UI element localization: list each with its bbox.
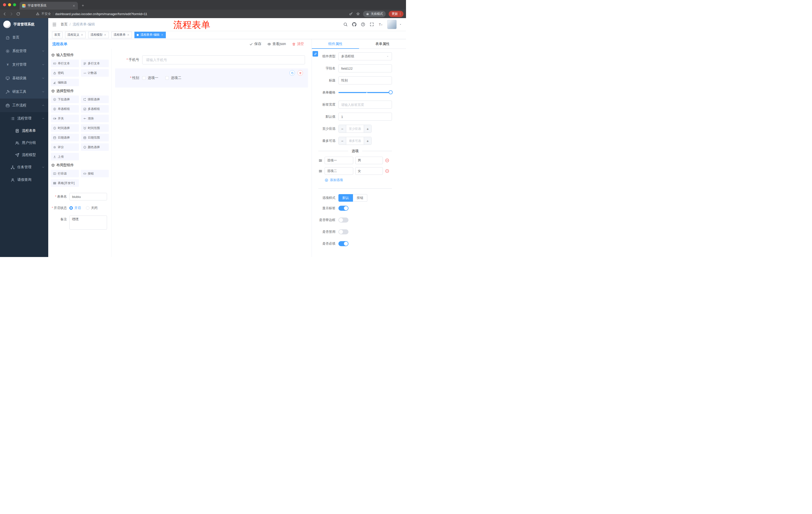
font-size-icon[interactable]: TT xyxy=(378,22,383,27)
component-cascader[interactable]: 级联选择 xyxy=(81,96,109,103)
close-icon[interactable] xyxy=(127,33,129,36)
option-1-name-input[interactable] xyxy=(325,157,353,164)
option-2-name-input[interactable] xyxy=(325,167,353,175)
sidebar-item-process-form[interactable]: 流程表单 xyxy=(0,125,48,137)
component-slider[interactable]: 滑块 xyxy=(81,115,109,122)
option-2-value-input[interactable] xyxy=(355,167,383,175)
decrease-button[interactable]: − xyxy=(339,125,346,133)
show-label-switch[interactable] xyxy=(339,206,348,211)
component-single-text[interactable]: 单行文本 xyxy=(51,60,79,67)
status-off-radio[interactable]: 关闭 xyxy=(86,206,97,210)
component-editor[interactable]: 编辑器 xyxy=(51,79,79,86)
component-time-range[interactable]: 时间范围 xyxy=(81,124,109,132)
title-input[interactable] xyxy=(339,77,392,84)
sidebar-item-process-model[interactable]: 流程模型 xyxy=(0,149,48,161)
phone-field-input[interactable] xyxy=(142,55,305,64)
remove-option-icon[interactable] xyxy=(385,158,389,163)
gender-option-1-checkbox[interactable]: 选项一 xyxy=(142,76,158,80)
sidebar-item-leave-query[interactable]: 请假查询 xyxy=(0,173,48,186)
canvas-field-phone[interactable]: 手机号 xyxy=(115,52,308,68)
required-switch[interactable] xyxy=(339,241,348,246)
bookmark-star-icon[interactable] xyxy=(356,12,360,16)
form-name-input[interactable] xyxy=(69,193,107,200)
save-button[interactable]: 保存 xyxy=(249,42,261,46)
tag-process-model[interactable]: 流程模型 xyxy=(88,32,109,38)
close-icon[interactable] xyxy=(104,33,107,36)
user-avatar[interactable] xyxy=(387,20,397,29)
canvas-field-gender[interactable]: 性别 选项一 选项二 xyxy=(115,69,308,87)
panel-link-toggle[interactable] xyxy=(313,51,318,57)
breadcrumb-home[interactable]: 首页 xyxy=(61,22,67,27)
component-type-select[interactable]: 多选框组 xyxy=(339,52,392,60)
fullscreen-icon[interactable] xyxy=(370,22,374,27)
remove-option-icon[interactable] xyxy=(385,169,389,173)
field-name-input[interactable] xyxy=(339,64,392,73)
delete-field-button[interactable] xyxy=(297,70,303,76)
form-grid-slider[interactable] xyxy=(339,88,392,97)
component-color-picker[interactable]: 颜色选择 xyxy=(81,143,109,151)
zoom-window-button[interactable] xyxy=(13,3,16,6)
update-button[interactable]: 更新 xyxy=(389,11,404,17)
sidebar-item-home[interactable]: 首页 xyxy=(0,31,48,44)
sidebar-item-system[interactable]: 系统管理 xyxy=(0,44,48,58)
back-icon[interactable] xyxy=(2,12,7,16)
close-window-button[interactable] xyxy=(3,3,6,6)
caret-down-icon[interactable] xyxy=(399,23,402,26)
tab-form-props[interactable]: 表单属性 xyxy=(359,39,406,49)
component-upload[interactable]: 上传 xyxy=(51,153,79,160)
status-on-radio[interactable]: 开启 xyxy=(69,206,81,210)
drag-handle-icon[interactable] xyxy=(318,169,323,173)
component-select[interactable]: 下拉选择 xyxy=(51,96,79,103)
increase-button[interactable]: + xyxy=(364,137,371,144)
menu-dots-icon[interactable] xyxy=(399,12,402,16)
view-json-button[interactable]: 查看json xyxy=(267,42,286,46)
label-width-input[interactable] xyxy=(339,101,392,109)
component-switch[interactable]: 开关 xyxy=(51,115,79,122)
component-date-range[interactable]: 日期范围 xyxy=(81,134,109,141)
tab-component-props[interactable]: 组件属性 xyxy=(312,39,359,49)
slider-handle[interactable] xyxy=(389,90,393,94)
component-password[interactable]: 密码 xyxy=(51,69,79,77)
gender-option-2-checkbox[interactable]: 选项二 xyxy=(165,76,181,80)
help-icon[interactable] xyxy=(361,22,365,27)
min-select-input[interactable] xyxy=(346,125,364,133)
style-default-button[interactable]: 默认 xyxy=(339,194,353,202)
style-button-button[interactable]: 按钮 xyxy=(353,194,367,202)
component-radio-group[interactable]: 单选框组 xyxy=(51,105,79,113)
component-date-picker[interactable]: 日期选择 xyxy=(51,134,79,141)
sidebar-item-infra[interactable]: 基础设施 xyxy=(0,72,48,85)
sidebar-item-devtools[interactable]: 研发工具 xyxy=(0,85,48,99)
search-icon[interactable] xyxy=(343,22,348,27)
component-counter[interactable]: 123 计数器 xyxy=(81,69,109,77)
close-icon[interactable] xyxy=(72,4,76,7)
close-icon[interactable] xyxy=(161,33,164,36)
sidebar-collapse-button[interactable] xyxy=(48,22,61,27)
component-table[interactable]: 表格[开发中] xyxy=(51,179,79,187)
component-multiline-text[interactable]: 多行文本 xyxy=(81,60,109,67)
address-bar[interactable]: 不安全 dashboard.yudao.iocoder.cn/bpm/manag… xyxy=(36,12,346,16)
forward-icon[interactable] xyxy=(9,12,13,16)
disabled-switch[interactable] xyxy=(339,229,348,234)
border-switch[interactable] xyxy=(339,218,348,222)
add-option-button[interactable]: 添加选项 xyxy=(325,178,392,182)
max-select-input[interactable] xyxy=(346,137,364,144)
increase-button[interactable]: + xyxy=(364,125,371,133)
duplicate-field-button[interactable] xyxy=(289,70,295,76)
option-1-value-input[interactable] xyxy=(355,157,383,164)
drag-handle-icon[interactable] xyxy=(318,158,323,163)
close-icon[interactable] xyxy=(81,33,83,36)
default-value-input[interactable] xyxy=(339,113,392,121)
clear-button[interactable]: 清空 xyxy=(292,42,304,46)
reload-icon[interactable] xyxy=(16,12,20,16)
tag-process-form-edit[interactable]: 流程表单-编辑 xyxy=(135,32,166,38)
form-remark-textarea[interactable]: 嘿嘿 xyxy=(69,216,107,229)
tag-process-definition[interactable]: 流程定义 xyxy=(65,32,86,38)
github-icon[interactable] xyxy=(352,22,356,27)
browser-tab[interactable]: 芋道管理系统 xyxy=(20,2,78,9)
component-time-picker[interactable]: 时间选择 xyxy=(51,124,79,132)
sidebar-item-task-management[interactable]: 任务管理 xyxy=(0,161,48,173)
tag-home[interactable]: 首页 xyxy=(52,32,63,38)
decrease-button[interactable]: − xyxy=(339,137,346,144)
sidebar-item-workflow[interactable]: 工作流程 xyxy=(0,99,48,112)
component-row-container[interactable]: 行容器 xyxy=(51,170,79,177)
